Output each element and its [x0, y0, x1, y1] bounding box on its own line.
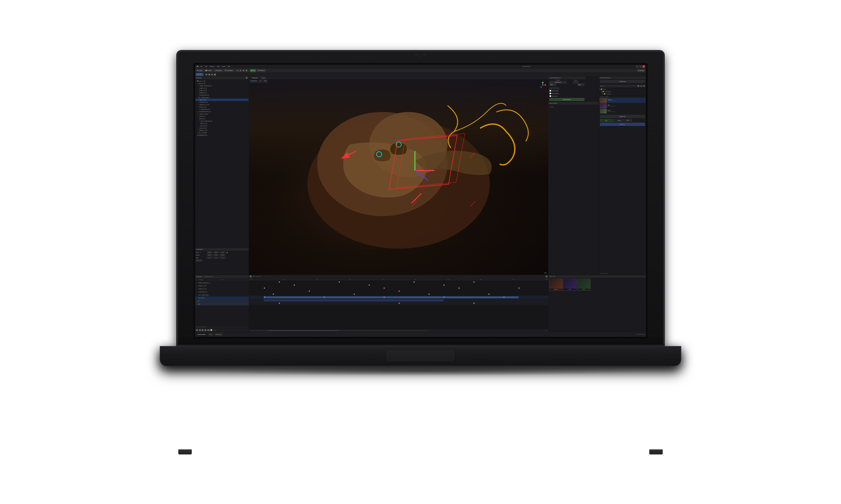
- child-value-input[interactable]: 0060: [550, 84, 556, 86]
- characters-folder[interactable]: ▶ 📁 Characters: [600, 93, 645, 95]
- mirror-button[interactable]: Mirror: [613, 119, 626, 122]
- menu-build[interactable]: Build: [222, 66, 226, 67]
- channel-val-z1[interactable]: 1.55: [220, 251, 226, 253]
- cinematics-button[interactable]: 🎬 Cinematics: [224, 69, 234, 72]
- ancient-world-folder[interactable]: ▶ 📁 AncientWorld: [600, 90, 645, 93]
- output-log-tab[interactable]: Output Log: [214, 333, 223, 336]
- tree-item-mid02-3[interactable]: middle_02_ctrl2: [195, 129, 248, 131]
- settings-button[interactable]: ⚙ Settings: [637, 69, 645, 72]
- pose-filter-icon[interactable]: ≡: [643, 85, 645, 87]
- timeline-settings-icon[interactable]: ⚙: [545, 275, 548, 278]
- tree-item-armspace[interactable]: arm_l_middle_space: [195, 96, 248, 98]
- paste-pose-button[interactable]: Paste Pose: [600, 115, 645, 118]
- pose-settings-icon[interactable]: ⚙: [637, 85, 639, 87]
- channel-val-rz[interactable]: 55.74: [220, 254, 226, 256]
- perspective-view-button[interactable]: Perspective: [250, 80, 258, 83]
- channel-val-ry[interactable]: 13.70: [213, 254, 219, 256]
- prev-frame-button[interactable]: ◀: [199, 329, 201, 331]
- parent-empty-field[interactable]: [573, 81, 578, 84]
- skip-end-button[interactable]: ⏭: [207, 329, 210, 331]
- draw-mode-button[interactable]: Draw: [263, 80, 268, 83]
- seq-track-row-3[interactable]: ▶ middle_02_l_ctrl: [195, 287, 249, 290]
- pose-item-attack-r[interactable]: Attack_R Control Rig Pose: [599, 97, 646, 103]
- snap-animation-button[interactable]: Snap Animation: [550, 98, 584, 101]
- tree-item-index01[interactable]: index_01_ctrl: [195, 122, 248, 125]
- tree-item-trans02[interactable]: Transition02_ctrl: [195, 101, 248, 103]
- sub-icon-4[interactable]: 🔒: [214, 73, 216, 76]
- viewport-3d[interactable]: Perspective Lit Draw: [249, 79, 548, 275]
- pose-item-fnt-p[interactable]: Fnt_P Control Rig Pose: [599, 108, 646, 114]
- sub-icon-1[interactable]: ⊞: [205, 73, 208, 76]
- cmd-tab[interactable]: Cmd: [208, 333, 213, 336]
- tree-item-showbody[interactable]: ShowBodyControls: [195, 134, 248, 136]
- tree-item-mid3[interactable]: middle_03_ctrl: [195, 92, 248, 94]
- tree-item-hand[interactable]: ▶ hand_L2_ctrl: [195, 82, 248, 85]
- tree-item-mid02-2[interactable]: middle_02_ctrl: [195, 127, 248, 129]
- pose-thumb-attack-r[interactable]: Attack_R: [549, 279, 563, 290]
- touchpad[interactable]: [387, 351, 454, 361]
- world-item[interactable]: ▼ World: [549, 106, 598, 108]
- pose-add-icon[interactable]: +: [640, 85, 642, 87]
- rotate-icon[interactable]: ↻: [239, 69, 242, 72]
- skip-start-button[interactable]: ⏮: [196, 329, 198, 331]
- tree-item-mid2[interactable]: middle_02_ctrl: [195, 89, 248, 92]
- tree-item-fingers[interactable]: ▼ fingers_l_space: [195, 113, 248, 115]
- tree-item-index02[interactable]: index_02_ctrl: [195, 125, 248, 127]
- tree-item-mid1[interactable]: middle_01_ctrl: [195, 87, 248, 89]
- sub-icon-3[interactable]: ⊡: [211, 73, 213, 76]
- blueprints-button[interactable]: ⬡ Blueprints: [213, 69, 223, 72]
- create-pose-button[interactable]: Create Pose: [600, 80, 645, 83]
- channel-val-sy[interactable]: 1.0: [213, 257, 219, 259]
- tree-item-thumb01[interactable]: thumb_01_l: [195, 115, 248, 118]
- create-button[interactable]: ✚ Create: [196, 69, 204, 72]
- snap-position-checkbox[interactable]: [550, 90, 551, 92]
- key-button[interactable]: Key: [600, 119, 613, 122]
- platforms-button[interactable]: ☰ Platforms: [257, 69, 266, 72]
- content-folder[interactable]: ▶ 📁 Content: [600, 88, 645, 90]
- menu-file[interactable]: File: [200, 66, 203, 67]
- menu-window[interactable]: Window: [209, 66, 215, 67]
- animation-mode-button[interactable]: Animation: [196, 73, 203, 76]
- sub-icon-2[interactable]: ◉: [208, 73, 210, 76]
- close-button[interactable]: ✕: [642, 65, 645, 68]
- scale-icon[interactable]: ⊡: [242, 69, 245, 72]
- content-drawer-tab[interactable]: Content Drawer: [196, 333, 207, 336]
- tree-item-metacarpal[interactable]: ▼ middle_metacarpal_ctrl: [195, 85, 248, 87]
- maximize-button[interactable]: □: [639, 65, 641, 68]
- pose-thumb-fnt-p[interactable]: Fnt_P: [577, 279, 590, 290]
- transform-icon[interactable]: ⊹: [236, 69, 239, 72]
- channel-val-rx[interactable]: 80.41: [207, 254, 212, 256]
- tree-item-indexmeta[interactable]: ▼ index_metacarpal_ctrl: [195, 120, 248, 122]
- lit-button[interactable]: Lit: [259, 80, 262, 83]
- seq-track-row-1[interactable]: ▶ middle_metacarpal_L_c...: [195, 282, 249, 284]
- tree-item-transforms01[interactable]: TransformS01_ctrl: [195, 94, 248, 96]
- draw-tab[interactable]: Draw: [260, 76, 267, 79]
- select-co-button[interactable]: Select Co: [600, 123, 645, 126]
- snap-icon[interactable]: ⊞: [245, 69, 248, 72]
- parent-value-input[interactable]: 0016: [578, 84, 584, 86]
- seq-track-row-4[interactable]: ▶ TransformS01_ctrl: [195, 290, 249, 293]
- source-control-footer[interactable]: ⊙ Source Control: [636, 334, 645, 335]
- tree-item-root[interactable]: ▶ 🦴 root_L2_ctrl: [195, 80, 248, 82]
- tree-item-thumb02[interactable]: thumb_02_l: [195, 118, 248, 120]
- tree-item-forearm[interactable]: forearm_l_ctrl: [195, 106, 248, 108]
- key-value-input[interactable]: 8.0: [626, 119, 632, 122]
- seq-track-row-6[interactable]: ▼ ctrl_l_fk_ctrl: [195, 296, 249, 300]
- tree-item-selected[interactable]: ▼ hand_L_ctrl: [195, 98, 248, 101]
- menu-tools[interactable]: Tools: [216, 66, 220, 67]
- snap-scale-checkbox[interactable]: [550, 95, 551, 97]
- snap-rotation-checkbox[interactable]: [550, 93, 551, 94]
- seq-track-row-5[interactable]: ▶ arm_l_middle_space...: [195, 293, 249, 296]
- minimize-button[interactable]: —: [636, 65, 638, 68]
- play-seq-button[interactable]: ▶: [202, 329, 204, 331]
- loop-button[interactable]: 🔁: [210, 329, 212, 331]
- perspective-tab[interactable]: Perspective: [250, 76, 259, 79]
- pose-thumb-atk1[interactable]: Atk1: [563, 279, 577, 290]
- menu-help[interactable]: Help: [227, 66, 231, 67]
- tree-item-arm-switch[interactable]: arm_L_A_switch: [195, 131, 248, 134]
- menu-edit[interactable]: Edit: [204, 66, 208, 67]
- tree-item-handarmor[interactable]: ▶ handArmor01_ctrl: [195, 108, 248, 110]
- next-frame-button[interactable]: ▶: [204, 329, 207, 331]
- play-button[interactable]: ▶ Play: [250, 69, 256, 72]
- pose-search-input[interactable]: [600, 85, 637, 87]
